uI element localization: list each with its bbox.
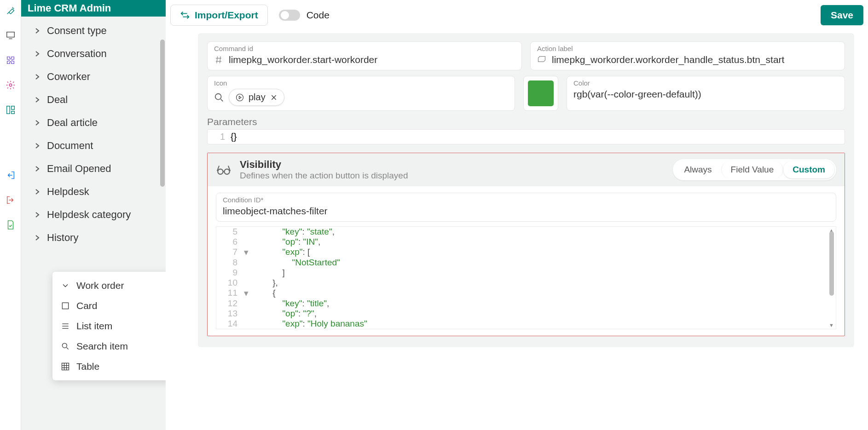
- tree-item-coworker[interactable]: Coworker: [21, 65, 166, 88]
- tab-custom[interactable]: Custom: [783, 161, 834, 178]
- work-order-popup: Work order Card List item Search item Ta…: [52, 272, 166, 380]
- action-label-field[interactable]: Action label limepkg_workorder.workorder…: [530, 41, 845, 70]
- display-icon[interactable]: [6, 30, 16, 42]
- hash-icon: [214, 55, 223, 64]
- puzzle-icon[interactable]: [6, 55, 16, 67]
- save-button[interactable]: Save: [821, 5, 863, 25]
- sidebar-scroll-thumb[interactable]: [160, 40, 165, 187]
- visibility-tabs: Always Field Value Custom: [673, 159, 836, 180]
- svg-point-11: [224, 169, 229, 174]
- code-toggle[interactable]: [279, 10, 300, 21]
- svg-rect-2: [6, 106, 9, 114]
- sidebar-tree: Consent type Conversation Coworker Deal …: [21, 17, 166, 430]
- tree-item-conversation[interactable]: Conversation: [21, 42, 166, 65]
- layout-icon[interactable]: [6, 105, 16, 117]
- tree-item-deal-article[interactable]: Deal article: [21, 111, 166, 134]
- config-card: Command id limepkg_workorder.start-worko…: [198, 33, 854, 347]
- tab-always[interactable]: Always: [675, 161, 721, 178]
- icon-field[interactable]: Icon play: [207, 76, 515, 111]
- svg-point-1: [9, 84, 12, 86]
- popup-work-order[interactable]: Work order: [52, 275, 166, 296]
- svg-point-8: [215, 93, 221, 99]
- svg-rect-3: [11, 106, 14, 109]
- iconbar: [0, 0, 21, 430]
- svg-rect-0: [6, 32, 14, 37]
- command-id-field[interactable]: Command id limepkg_workorder.start-worko…: [207, 41, 522, 70]
- sidebar: Lime CRM Admin Consent type Conversation…: [21, 0, 166, 430]
- color-field[interactable]: Color rgb(var(--color-green-default)): [567, 76, 845, 111]
- close-icon[interactable]: [270, 94, 278, 101]
- tab-field-value[interactable]: Field Value: [721, 161, 784, 178]
- parameters-editor[interactable]: 1 {}: [207, 129, 845, 144]
- icon-chip[interactable]: play: [229, 89, 284, 106]
- svg-rect-5: [62, 303, 68, 309]
- scroll-down-icon[interactable]: ▼: [829, 322, 834, 328]
- glasses-icon: [216, 162, 231, 178]
- popup-search-item[interactable]: Search item: [52, 336, 166, 356]
- design-icon[interactable]: [6, 6, 16, 17]
- tree-item-email-opened[interactable]: Email Opened: [21, 157, 166, 180]
- play-icon: [236, 93, 244, 102]
- code-scroll-thumb[interactable]: [829, 231, 834, 296]
- tree-item-document[interactable]: Document: [21, 134, 166, 157]
- parameters-label: Parameters: [207, 116, 845, 127]
- tree-item-helpdesk-category[interactable]: Helpdesk category: [21, 203, 166, 226]
- file-check-icon[interactable]: [6, 220, 16, 232]
- main: Import/Export Code Save Command id limep…: [166, 0, 868, 430]
- tree-item-consent-type[interactable]: Consent type: [21, 19, 166, 42]
- svg-rect-7: [62, 363, 69, 370]
- popup-table[interactable]: Table: [52, 356, 166, 377]
- tree-item-helpdesk[interactable]: Helpdesk: [21, 180, 166, 203]
- code-toggle-label: Code: [307, 10, 330, 21]
- import-export-button[interactable]: Import/Export: [170, 5, 268, 26]
- tree-item-deal[interactable]: Deal: [21, 88, 166, 111]
- condition-code-editor[interactable]: ▲ ▼ 5 "key": "state",6 "op": "IN",7▾ "ex…: [216, 226, 836, 329]
- popup-card[interactable]: Card: [52, 296, 166, 316]
- visibility-card: Visibility Defines when the action butto…: [207, 153, 845, 336]
- search-icon: [214, 92, 224, 103]
- logout-icon[interactable]: [6, 170, 16, 182]
- app-title: Lime CRM Admin: [21, 0, 166, 17]
- svg-point-9: [237, 94, 243, 101]
- svg-rect-4: [11, 111, 14, 114]
- visibility-title: Visibility: [240, 159, 408, 171]
- condition-id-field[interactable]: Condition ID* limeobject-matches-filter: [216, 193, 836, 222]
- color-swatch[interactable]: [523, 76, 558, 111]
- tag-icon: [537, 55, 546, 64]
- tree-item-history[interactable]: History: [21, 226, 166, 249]
- topbar: Import/Export Code Save: [166, 0, 868, 33]
- popup-list-item[interactable]: List item: [52, 316, 166, 336]
- gear-icon[interactable]: [6, 80, 16, 92]
- login-icon[interactable]: [6, 195, 16, 207]
- svg-point-10: [218, 169, 223, 174]
- visibility-subtitle: Defines when the action button is displa…: [240, 171, 408, 181]
- svg-point-6: [62, 343, 67, 348]
